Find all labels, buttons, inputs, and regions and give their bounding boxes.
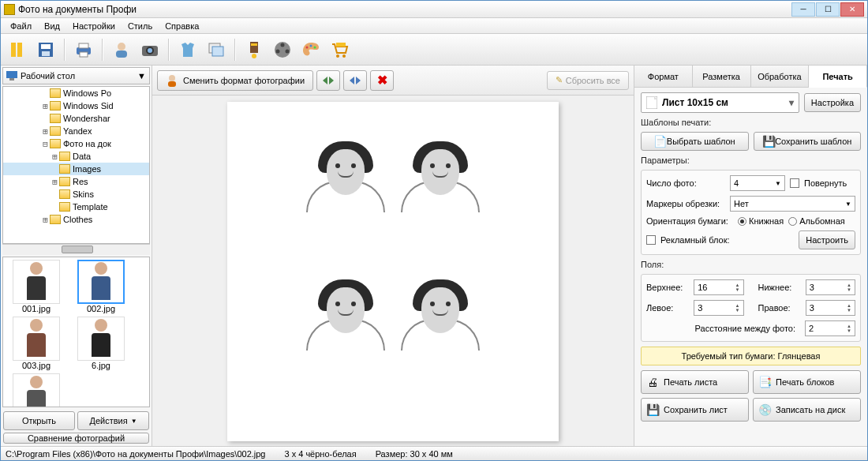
tab-Формат[interactable]: Формат bbox=[634, 66, 693, 87]
thumbnail[interactable]: 9.jpg bbox=[6, 373, 67, 407]
compare-button[interactable]: Сравнение фотографий bbox=[3, 433, 149, 444]
right-panel: ФорматРазметкаОбработкаПечать Лист 10x15… bbox=[634, 66, 867, 446]
open-button[interactable]: Открыть bbox=[3, 411, 75, 430]
save-icon[interactable] bbox=[32, 36, 59, 63]
menu-Вид[interactable]: Вид bbox=[38, 20, 66, 32]
delete-icon[interactable]: ✖ bbox=[370, 70, 394, 91]
svg-rect-6 bbox=[79, 43, 88, 48]
tree-row[interactable]: ⊞Yandex bbox=[3, 125, 149, 137]
status-format: 3 x 4 чёрно-белая bbox=[284, 449, 356, 459]
cart-icon[interactable] bbox=[326, 36, 353, 63]
layers-icon[interactable] bbox=[203, 36, 230, 63]
save-template-button[interactable]: 💾Сохранить шаблон bbox=[754, 132, 862, 151]
svg-rect-27 bbox=[336, 43, 346, 47]
svg-point-26 bbox=[342, 54, 346, 58]
chevron-down-icon: ▾ bbox=[789, 97, 794, 108]
actions-button[interactable]: Действия ▼ bbox=[77, 411, 149, 430]
count-label: Число фото: bbox=[646, 178, 725, 188]
thumbnail[interactable]: 003.jpg bbox=[6, 317, 67, 370]
change-format-label: Сменить формат фотографии bbox=[183, 76, 305, 85]
rotate-checkbox[interactable] bbox=[790, 178, 799, 188]
choose-template-button[interactable]: 📄Выбрать шаблон bbox=[641, 132, 749, 151]
svg-point-30 bbox=[169, 75, 175, 81]
thumbnail[interactable]: 6.jpg bbox=[70, 317, 132, 370]
menu-Файл[interactable]: Файл bbox=[4, 20, 38, 32]
save-sheet-button[interactable]: 💾Сохранить лист bbox=[641, 398, 749, 422]
svg-rect-7 bbox=[80, 52, 88, 57]
thumbnail[interactable]: 002.jpg bbox=[70, 260, 132, 313]
svg-rect-3 bbox=[41, 44, 51, 49]
tab-Обработка[interactable]: Обработка bbox=[751, 66, 810, 87]
tree-row[interactable]: ⊞Data bbox=[3, 150, 149, 163]
landscape-radio[interactable]: Альбомная bbox=[788, 216, 845, 226]
minimize-button[interactable]: ─ bbox=[791, 2, 815, 17]
close-button[interactable]: ✕ bbox=[840, 2, 864, 17]
print-sheet-button[interactable]: 🖨Печать листа bbox=[641, 370, 749, 394]
menu-Настройки[interactable]: Настройки bbox=[66, 20, 122, 32]
reset-button[interactable]: ✎Сбросить все bbox=[547, 71, 629, 90]
markers-select[interactable]: Нет▼ bbox=[730, 196, 855, 212]
portrait-radio[interactable]: Книжная bbox=[738, 216, 784, 226]
tree-row[interactable]: Images bbox=[3, 163, 149, 175]
location-combo[interactable]: Рабочий стол ▼ bbox=[2, 67, 150, 84]
rotate-label: Повернуть bbox=[804, 178, 847, 188]
tab-Печать[interactable]: Печать bbox=[809, 66, 867, 88]
man-icon[interactable] bbox=[108, 36, 135, 63]
margin-top-input[interactable]: 16▲▼ bbox=[694, 279, 743, 295]
sheet-combo[interactable]: Лист 10x15 см ▾ bbox=[641, 92, 799, 113]
preview-canvas[interactable] bbox=[152, 96, 634, 446]
flip-h-icon[interactable] bbox=[316, 70, 340, 91]
sheet-settings-button[interactable]: Настройка bbox=[804, 93, 861, 112]
templates-title: Шаблоны печати: bbox=[641, 118, 861, 127]
thumbnail[interactable]: 001.jpg bbox=[6, 260, 67, 313]
change-format-button[interactable]: Сменить формат фотографии bbox=[157, 70, 313, 91]
photo-cell bbox=[306, 141, 385, 264]
page-icon bbox=[646, 96, 657, 109]
ad-checkbox[interactable] bbox=[646, 235, 656, 245]
folder-tree[interactable]: Windows Po⊞Windows SidWondershar⊞Yandex⊟… bbox=[2, 86, 150, 244]
tree-row[interactable]: ⊞Clothes bbox=[3, 213, 149, 226]
tree-row[interactable]: Skins bbox=[3, 188, 149, 201]
menu-Справка[interactable]: Справка bbox=[159, 20, 205, 32]
ad-settings-button[interactable]: Настроить bbox=[799, 230, 855, 249]
tree-row[interactable]: ⊞Windows Sid bbox=[3, 99, 149, 112]
app-icon bbox=[4, 4, 15, 15]
save-template-icon: 💾 bbox=[762, 135, 775, 148]
reel-icon[interactable] bbox=[269, 36, 296, 63]
print-blocks-button[interactable]: 📑Печать блоков bbox=[753, 370, 861, 394]
tshirt-icon[interactable] bbox=[174, 36, 201, 63]
sheet-label: Лист 10x15 см bbox=[662, 97, 728, 108]
print-page bbox=[227, 102, 559, 441]
new-icon[interactable] bbox=[4, 36, 31, 63]
photo-cell bbox=[401, 141, 480, 264]
svg-point-12 bbox=[148, 48, 152, 53]
tree-row[interactable]: Windows Po bbox=[3, 87, 149, 99]
tree-row[interactable]: ⊞Res bbox=[3, 175, 149, 188]
svg-point-20 bbox=[276, 49, 280, 53]
center-panel: ✕ Сменить формат фотографии ✖ ✎Сбросить … bbox=[152, 66, 634, 446]
status-bar: C:\Program Files (x86)\Фото на документы… bbox=[1, 446, 867, 460]
tree-row[interactable]: Template bbox=[3, 201, 149, 213]
menu-Стиль[interactable]: Стиль bbox=[122, 20, 159, 32]
margin-right-input[interactable]: 3▲▼ bbox=[806, 300, 855, 316]
tree-row[interactable]: ⊟Фото на док bbox=[3, 137, 149, 150]
man-small-icon bbox=[166, 74, 178, 87]
svg-point-22 bbox=[306, 46, 309, 48]
margin-left-input[interactable]: 3▲▼ bbox=[694, 300, 743, 316]
count-select[interactable]: 4▼ bbox=[730, 175, 785, 191]
thumbnail-grid[interactable]: 001.jpg002.jpg003.jpg6.jpg9.jpg bbox=[2, 257, 150, 407]
camera-icon[interactable] bbox=[137, 36, 163, 63]
photo-cell bbox=[401, 279, 480, 402]
tree-scrollbar[interactable] bbox=[2, 244, 150, 255]
flip-v-icon[interactable] bbox=[343, 70, 367, 91]
maximize-button[interactable]: ☐ bbox=[816, 2, 840, 17]
margin-gap-input[interactable]: 2▲▼ bbox=[805, 320, 855, 336]
print-icon[interactable] bbox=[70, 36, 97, 63]
tree-row[interactable]: Wondershar bbox=[3, 112, 149, 125]
tab-Разметка[interactable]: Разметка bbox=[693, 66, 751, 87]
burn-disc-button[interactable]: 💿Записать на диск bbox=[753, 398, 861, 422]
svg-point-19 bbox=[281, 43, 285, 47]
palette-icon[interactable] bbox=[297, 36, 324, 63]
wizard-icon[interactable] bbox=[241, 36, 268, 63]
margin-bottom-input[interactable]: 3▲▼ bbox=[806, 279, 855, 295]
